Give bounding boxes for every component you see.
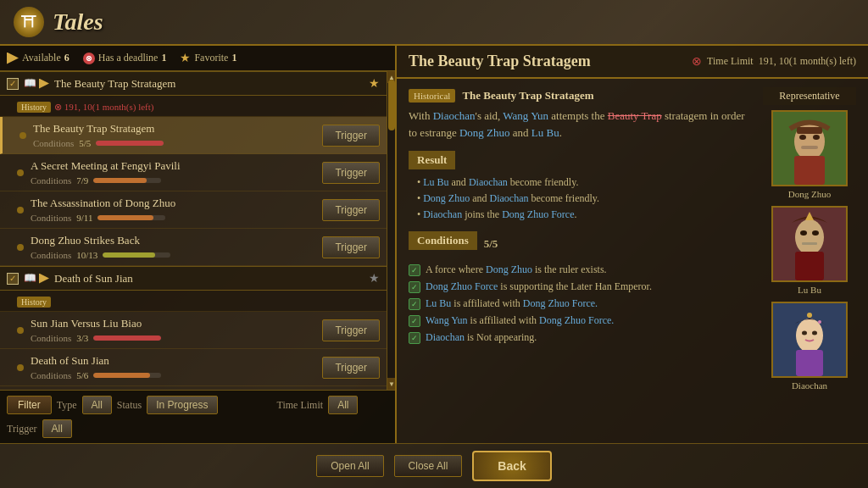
svg-rect-6 (797, 127, 822, 134)
page-title: Tales (53, 8, 103, 36)
rep-card-lu-bu: Lu Bu (763, 206, 856, 295)
item-content-2: A Secret Meeting at Fengyi Pavili Condit… (31, 159, 315, 186)
left-panel: Available 6 ⊗ Has a deadline 1 ★ Favorit… (0, 46, 397, 443)
dong-zhuo-force-result: Dong Zhuo Force (502, 208, 574, 220)
historical-section: Historical The Beauty Trap Stratagem Wit… (409, 87, 753, 141)
cond-label-6: Conditions (31, 370, 71, 380)
type-filter-btn[interactable]: All (82, 396, 112, 414)
tab-favorite[interactable]: ★ Favorite 1 (180, 51, 236, 65)
cond-text-4: Wang Yun is affiliated with Dong Zhuo Fo… (426, 314, 614, 327)
trigger-btn-sun-jian-vs-liu[interactable]: Trigger (322, 319, 380, 341)
list-item-dong-zhuo-back[interactable]: Dong Zhuo Strikes Back Conditions 10/13 … (0, 229, 387, 266)
timelimit-filter-btn[interactable]: All (328, 396, 358, 414)
timelimit-label: Time Limit (277, 399, 324, 412)
history-badge-beauty: History (17, 102, 51, 113)
item-title-dong-zhuo-back: Dong Zhuo Strikes Back (31, 234, 315, 247)
trigger-btn-beauty[interactable]: Trigger (322, 125, 380, 147)
detail-header: The Beauty Trap Stratagem ⊗ Time Limit 1… (397, 46, 868, 79)
svg-point-19 (818, 320, 821, 324)
cond-label-4: Conditions (31, 250, 71, 260)
condition-1: A force where Dong Zhuo is the ruler exi… (409, 263, 753, 276)
detail-title: The Beauty Trap Stratagem (409, 53, 591, 70)
section-play-icon (39, 79, 49, 89)
available-count: 6 (64, 52, 70, 64)
svg-point-8 (795, 219, 824, 255)
trigger-btn-death-sun-jian[interactable]: Trigger (322, 357, 380, 379)
progress-bg (96, 141, 164, 146)
svg-point-14 (796, 319, 823, 352)
svg-point-4 (813, 135, 820, 140)
filter-button[interactable]: Filter (7, 396, 52, 414)
connector-dot-2 (17, 169, 24, 176)
trigger-btn-dzback[interactable]: Trigger (322, 236, 380, 258)
connector-dot (19, 132, 26, 139)
trigger-label: Trigger (7, 423, 37, 435)
list-item-assassination[interactable]: The Assassination of Dong Zhuo Condition… (0, 191, 387, 229)
cond-check-3 (409, 298, 420, 310)
tab-deadline[interactable]: ⊗ Has a deadline 1 (83, 52, 167, 64)
progress-bg-5 (93, 336, 161, 341)
list-item-death-sun-jian[interactable]: Death of Sun Jian Conditions 5/6 Trigger (0, 349, 387, 386)
wang-yun-ref: Wang Yun (503, 109, 548, 122)
detail-content: Historical The Beauty Trap Stratagem Wit… (397, 79, 868, 443)
section-title-beauty: The Beauty Trap Stratagem (54, 77, 364, 91)
scroll-down-arrow[interactable]: ▼ (387, 378, 395, 390)
close-all-button[interactable]: Close All (394, 455, 463, 477)
conditions-row-3: Conditions 9/11 (31, 213, 315, 223)
time-limit: ⊗ Time Limit 191, 10(1 month(s) left) (692, 54, 856, 69)
cond-check-2 (409, 281, 420, 293)
progress-bg-4 (103, 252, 170, 258)
time-limit-val: 191, 10(1 month(s) left) (759, 55, 856, 68)
diaochan-result-3: Diaochan (423, 208, 462, 220)
list-item-fengyi[interactable]: A Secret Meeting at Fengyi Pavili Condit… (0, 154, 387, 191)
section-checkbox-sun-jian[interactable] (7, 273, 19, 285)
dong-zhuo-ref: Dong Zhuo (459, 126, 510, 139)
section-star-sun-jian[interactable]: ★ (369, 271, 380, 286)
item-content-5: Sun Jian Versus Liu Biao Conditions 3/3 (31, 317, 315, 343)
connector-dot-3 (17, 207, 24, 214)
svg-point-11 (812, 230, 819, 236)
lu-bu-result: Lu Bu (423, 176, 448, 188)
connector-dot-6 (17, 364, 24, 371)
cond-val-4: 10/13 (76, 250, 97, 260)
open-all-button[interactable]: Open All (316, 455, 383, 477)
detail-desc-title: The Beauty Trap Stratagem (462, 89, 593, 102)
list-item-sun-jian-vs-liu[interactable]: Sun Jian Versus Liu Biao Conditions 3/3 … (0, 312, 387, 349)
trigger-btn-assassination[interactable]: Trigger (322, 199, 380, 221)
scroll-thumb[interactable] (388, 80, 395, 130)
section-star-beauty[interactable]: ★ (369, 76, 380, 91)
conditions-row-4: Conditions 10/13 (31, 250, 315, 260)
detail-description: With Diaochan's aid, Wang Yun attempts t… (409, 108, 753, 141)
cond-label-3: Conditions (31, 213, 71, 223)
detail-main: Historical The Beauty Trap Stratagem Wit… (409, 87, 753, 435)
diaochan-ref: Diaochan (433, 109, 476, 122)
progress-bg-6 (93, 373, 161, 378)
svg-rect-2 (794, 156, 825, 185)
cond-label-2: Conditions (31, 175, 71, 186)
tabs-row: Available 6 ⊗ Has a deadline 1 ★ Favorit… (0, 46, 395, 71)
list-item-beauty-trap[interactable]: The Beauty Trap Stratagem Conditions 5/5… (0, 117, 387, 154)
header: ⛩ Tales (0, 0, 868, 46)
section-header-sun-jian[interactable]: 📖 Death of Sun Jian ★ (0, 266, 387, 291)
time-limit-label: Time Limit (707, 55, 754, 68)
deadline-count: 1 (161, 52, 166, 64)
connector-dot-4 (17, 244, 24, 251)
scroll-track[interactable]: ▲ ▼ (387, 71, 395, 390)
section-header-beauty-trap[interactable]: 📖 The Beauty Trap Stratagem ★ (0, 71, 387, 96)
section-icons: 📖 (24, 77, 49, 90)
trigger-filter-btn[interactable]: All (42, 419, 72, 438)
progress-bg-3 (97, 215, 165, 220)
svg-point-16 (802, 331, 807, 336)
historical-badge: Historical (409, 89, 455, 103)
progress-fill-4 (103, 252, 155, 258)
conditions-row: Conditions 5/5 (33, 138, 315, 148)
section-checkbox-beauty[interactable] (7, 78, 19, 90)
tab-available[interactable]: Available 6 (7, 52, 70, 64)
back-button[interactable]: Back (472, 451, 551, 481)
deadline-icon: ⊗ (83, 53, 95, 64)
status-filter-btn[interactable]: In Progress (147, 396, 217, 414)
trigger-btn-fengyi[interactable]: Trigger (322, 162, 380, 184)
rep-portrait-dong-zhuo (771, 110, 848, 186)
representative-panel: Representative (763, 87, 856, 435)
section-title-sun-jian: Death of Sun Jian (54, 272, 364, 286)
